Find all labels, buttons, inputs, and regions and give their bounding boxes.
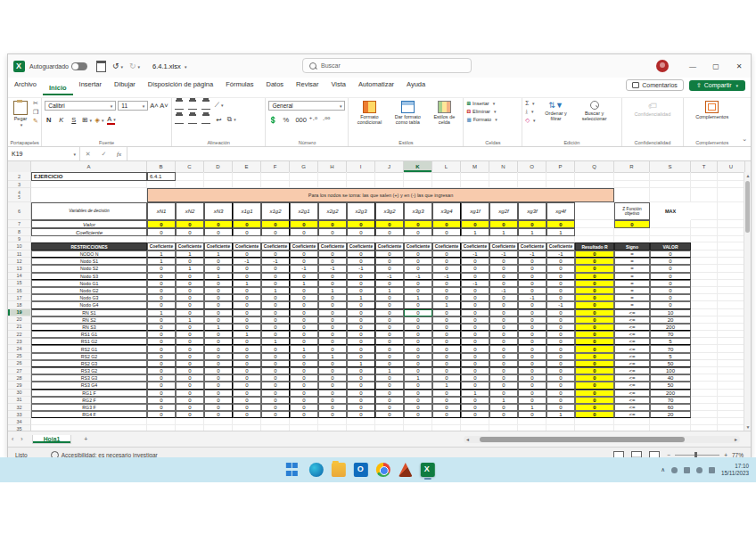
excel-taskbar-icon[interactable] <box>421 463 435 477</box>
cell[interactable]: 0 <box>290 316 318 324</box>
autosave-toggle[interactable] <box>71 62 87 70</box>
font-color-icon[interactable]: A▾ <box>107 115 115 125</box>
cell[interactable]: 0 <box>176 324 204 331</box>
cell[interactable]: 0 <box>404 301 432 308</box>
cell[interactable] <box>204 236 233 242</box>
cell[interactable]: 0 <box>147 265 176 272</box>
italic-button[interactable]: K <box>57 116 65 124</box>
row-header-27[interactable]: 27 <box>8 367 31 374</box>
cell[interactable]: RS2 G1 <box>31 345 147 352</box>
cell[interactable]: 0 <box>518 374 546 382</box>
cell[interactable]: 0 <box>233 404 261 411</box>
cell[interactable]: Nodo S1 <box>31 258 147 265</box>
cell[interactable] <box>233 236 261 242</box>
align-right-icon[interactable] <box>201 116 210 124</box>
cell[interactable]: 1 <box>432 301 461 308</box>
onedrive-icon[interactable] <box>671 467 678 473</box>
cell[interactable]: 0 <box>318 404 347 411</box>
cell[interactable] <box>691 390 718 397</box>
cell[interactable]: -1 <box>432 273 461 280</box>
cell[interactable]: x2g1 <box>290 202 318 220</box>
cell[interactable] <box>614 228 650 236</box>
column-header-i[interactable]: I <box>347 161 375 172</box>
cell[interactable]: 0 <box>432 367 461 374</box>
cell[interactable]: 0 <box>518 220 546 228</box>
cell[interactable]: RG1 F <box>31 390 147 397</box>
cell[interactable]: <= <box>614 353 650 360</box>
cell[interactable]: xg2f <box>489 202 518 220</box>
cell[interactable]: 0 <box>575 294 614 301</box>
cell[interactable]: 0 <box>290 338 318 345</box>
cell[interactable]: 0 <box>204 331 233 338</box>
cell[interactable]: 0 <box>650 301 691 308</box>
cell[interactable] <box>691 202 718 220</box>
cell[interactable] <box>546 236 575 242</box>
cell[interactable] <box>489 172 518 181</box>
cell[interactable]: 0 <box>204 294 233 301</box>
cell[interactable]: 0 <box>318 390 347 397</box>
cell[interactable]: 70 <box>650 345 691 352</box>
row-header-14[interactable]: 14 <box>8 273 31 280</box>
cell[interactable]: 0 <box>318 382 347 389</box>
cell[interactable] <box>461 418 489 425</box>
cell[interactable]: -1 <box>461 280 489 287</box>
cell[interactable]: 0 <box>261 360 290 367</box>
cell[interactable]: 0 <box>204 374 233 382</box>
cell[interactable]: 0 <box>404 404 432 411</box>
cell[interactable]: 0 <box>290 258 318 265</box>
cell[interactable]: 0 <box>489 273 518 280</box>
row-header-10[interactable]: 10 <box>8 242 31 251</box>
cell[interactable]: 0 <box>546 331 575 338</box>
cell[interactable]: 0 <box>461 309 489 316</box>
cell[interactable] <box>176 236 204 242</box>
cell[interactable]: 6.4.1 <box>147 172 176 181</box>
cell[interactable]: 1 <box>404 294 432 301</box>
cell[interactable]: 0 <box>404 382 432 389</box>
cell[interactable]: xN1 <box>147 202 176 220</box>
cell[interactable] <box>261 418 290 425</box>
cell[interactable]: 0 <box>375 397 404 404</box>
scroll-up-icon[interactable]: ▲ <box>745 173 751 178</box>
cell[interactable]: 0 <box>176 338 204 345</box>
cell[interactable]: 0 <box>518 382 546 389</box>
cell[interactable]: 0 <box>261 301 290 308</box>
cell[interactable]: 0 <box>290 251 318 258</box>
cell[interactable]: 0 <box>432 397 461 404</box>
cell[interactable]: 0 <box>261 280 290 287</box>
cell[interactable]: 0 <box>489 280 518 287</box>
cell[interactable]: 0 <box>546 360 575 367</box>
cell[interactable]: 0 <box>546 324 575 331</box>
cell[interactable] <box>261 236 290 242</box>
row-header-3[interactable]: 3 <box>8 181 31 188</box>
cell[interactable]: 0 <box>290 374 318 382</box>
cell[interactable]: 0 <box>347 331 375 338</box>
menu-tab-ayuda[interactable]: Ayuda <box>400 80 431 95</box>
cell[interactable]: 0 <box>318 280 347 287</box>
cell[interactable]: 1 <box>147 251 176 258</box>
cell[interactable]: 0 <box>489 301 518 308</box>
cell[interactable] <box>691 228 718 236</box>
insert-function-icon[interactable]: fx <box>117 151 121 158</box>
cell[interactable]: 0 <box>461 294 489 301</box>
cell[interactable] <box>718 382 744 389</box>
cell[interactable]: 0 <box>204 411 233 418</box>
cell[interactable]: 0 <box>546 374 575 382</box>
cell[interactable]: 1 <box>375 367 404 374</box>
cell[interactable] <box>718 309 744 316</box>
cell[interactable]: xN2 <box>176 202 204 220</box>
format-painter-icon[interactable]: ✎ <box>33 118 38 125</box>
cell[interactable]: 0 <box>204 338 233 345</box>
cell[interactable]: 0 <box>233 382 261 389</box>
cell[interactable] <box>261 181 290 188</box>
menu-tab-disposici-n-de-p-gina[interactable]: Disposición de página <box>142 80 219 95</box>
cell[interactable]: 0 <box>204 397 233 404</box>
cell[interactable]: 0 <box>176 374 204 382</box>
prev-sheet-icon[interactable]: ‹ <box>8 436 17 442</box>
cell[interactable]: 0 <box>404 353 432 360</box>
cell[interactable]: 0 <box>318 338 347 345</box>
cell[interactable] <box>691 181 718 188</box>
cell[interactable]: 1 <box>147 309 176 316</box>
menu-tab-automatizar[interactable]: Automatizar <box>352 80 400 95</box>
cell[interactable]: 0 <box>546 316 575 324</box>
cell[interactable] <box>718 294 744 301</box>
